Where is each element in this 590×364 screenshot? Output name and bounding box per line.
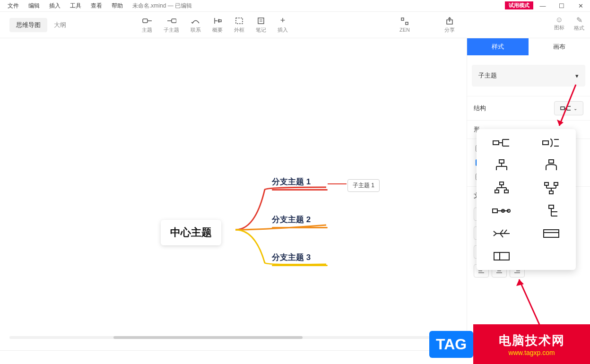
svg-rect-67	[544, 230, 559, 237]
menu-tools[interactable]: 工具	[65, 2, 86, 10]
svg-rect-56	[493, 209, 497, 213]
watermark-tag: TAG	[429, 331, 473, 358]
trial-badge[interactable]: 试用模式	[505, 1, 533, 9]
toolbar-insert[interactable]: +插入	[278, 17, 288, 34]
toolbar-topic[interactable]: 主题	[142, 17, 152, 34]
structure-opt-split[interactable]	[481, 249, 521, 263]
structure-opt-fishbone[interactable]	[481, 226, 521, 241]
topic-icon	[142, 17, 152, 24]
svg-rect-69	[494, 252, 509, 260]
panel-tab-style[interactable]: 样式	[467, 38, 529, 55]
toolbar-boundary[interactable]: 外框	[234, 17, 244, 34]
horizontal-scrollbar[interactable]	[9, 336, 444, 341]
mindmap-canvas[interactable]: 中心主题 分支主题 1 分支主题 2 分支主题 3 子主题 1	[0, 38, 467, 355]
content-area: 中心主题 分支主题 1 分支主题 2 分支主题 3 子主题 1 样式 画布 子主…	[0, 38, 590, 355]
toolbar-note[interactable]: 笔记	[256, 17, 266, 34]
menu-bar: 文件 编辑 插入 工具 查看 帮助 未命名.xmind — 已编辑	[0, 0, 590, 12]
svg-rect-12	[561, 107, 564, 110]
svg-rect-26	[493, 141, 499, 145]
branch-topic-1[interactable]: 分支主题 1	[272, 176, 328, 191]
structure-opt-right-brace[interactable]	[531, 136, 571, 150]
structure-opt-right-tree[interactable]	[481, 136, 521, 150]
svg-rect-31	[543, 141, 548, 145]
structure-opt-org-chart-up[interactable]	[531, 181, 571, 195]
toolbar-group-right: ZEN	[399, 17, 410, 33]
share-icon	[446, 17, 453, 25]
panel-tabs: 样式 画布	[467, 38, 590, 55]
svg-rect-6	[258, 18, 264, 24]
toolbar-group-main: 主题 子主题 联系 概要 外框 笔记 +插入	[142, 17, 288, 34]
smile-icon: ☺	[555, 16, 563, 24]
boundary-icon	[235, 17, 243, 25]
svg-rect-42	[500, 182, 503, 185]
note-icon	[257, 17, 265, 25]
structure-opt-tree-down-brace[interactable]	[531, 158, 571, 173]
toolbar-share[interactable]: 分享	[444, 17, 455, 34]
svg-rect-53	[554, 182, 558, 185]
chevron-down-icon: ▾	[575, 72, 579, 79]
file-name: 未命名.xmind — 已编辑	[128, 2, 197, 10]
subtopic-1[interactable]: 子主题 1	[347, 179, 380, 192]
svg-rect-52	[545, 182, 548, 185]
panel-tab-canvas[interactable]: 画布	[529, 38, 590, 55]
svg-rect-0	[143, 19, 148, 23]
menu-insert[interactable]: 插入	[44, 2, 65, 10]
toolbar-zen[interactable]: ZEN	[399, 17, 410, 33]
structure-opt-tree-right-down[interactable]	[531, 204, 571, 218]
view-tabs: 思维导图 大纲	[9, 18, 73, 32]
svg-line-65	[504, 230, 507, 234]
connectors	[0, 38, 467, 355]
close-button[interactable]: ✕	[571, 0, 590, 11]
menu-help[interactable]: 帮助	[107, 2, 128, 10]
svg-rect-39	[549, 160, 554, 163]
toolbar-summary[interactable]: 概要	[212, 17, 223, 34]
toolbar-subtopic[interactable]: 子主题	[164, 17, 179, 34]
chevron-down-icon: ⌄	[573, 106, 577, 111]
toolbar-relation[interactable]: 联系	[191, 17, 201, 34]
structure-opt-org-chart[interactable]	[481, 181, 521, 195]
scope-selector[interactable]: 子主题▾	[472, 65, 585, 87]
svg-rect-2	[172, 19, 176, 23]
branch-topic-3[interactable]: 分支主题 3	[272, 252, 328, 266]
minimize-button[interactable]: —	[533, 0, 552, 11]
menu-edit[interactable]: 编辑	[24, 2, 44, 10]
relation-icon	[191, 17, 200, 25]
central-topic[interactable]: 中心主题	[161, 220, 221, 245]
format-panel-button[interactable]: ✎格式	[574, 16, 584, 32]
watermark: TAG 电脑技术网 www.tagxp.com	[429, 324, 590, 364]
structure-picker[interactable]: ⌄	[554, 101, 583, 115]
svg-rect-9	[401, 18, 404, 20]
svg-line-64	[500, 230, 503, 234]
window-controls: — ☐ ✕	[533, 0, 590, 11]
svg-rect-49	[549, 191, 553, 194]
svg-rect-46	[504, 190, 508, 193]
tab-outline[interactable]: 大纲	[47, 18, 73, 32]
toolbar-group-share: 分享	[444, 17, 455, 34]
brush-icon: ✎	[576, 16, 582, 25]
structure-opt-tree-down[interactable]	[481, 158, 521, 173]
svg-rect-60	[549, 205, 554, 208]
svg-rect-45	[495, 190, 499, 193]
structure-current-icon	[560, 105, 572, 112]
summary-icon	[213, 17, 222, 25]
structure-opt-timeline[interactable]	[481, 204, 521, 218]
toolbar: 思维导图 大纲 主题 子主题 联系 概要 外框 笔记 +插入 ZEN 分享 ☺图…	[0, 12, 590, 38]
structure-opt-table[interactable]	[531, 226, 571, 241]
watermark-text: 电脑技术网 www.tagxp.com	[473, 324, 590, 364]
svg-rect-10	[406, 22, 408, 25]
branch-topic-2[interactable]: 分支主题 2	[272, 214, 328, 228]
menu-file[interactable]: 文件	[3, 2, 24, 10]
svg-rect-34	[499, 160, 504, 163]
svg-line-66	[500, 234, 503, 237]
menu-view[interactable]: 查看	[86, 2, 107, 10]
maximize-button[interactable]: ☐	[552, 0, 571, 11]
structure-dropdown	[477, 129, 576, 270]
tab-mindmap[interactable]: 思维导图	[9, 18, 47, 32]
svg-rect-5	[236, 18, 243, 24]
icons-panel-button[interactable]: ☺图标	[554, 16, 564, 32]
subtopic-icon	[167, 17, 176, 24]
structure-row: 结构 ⌄	[467, 96, 590, 120]
